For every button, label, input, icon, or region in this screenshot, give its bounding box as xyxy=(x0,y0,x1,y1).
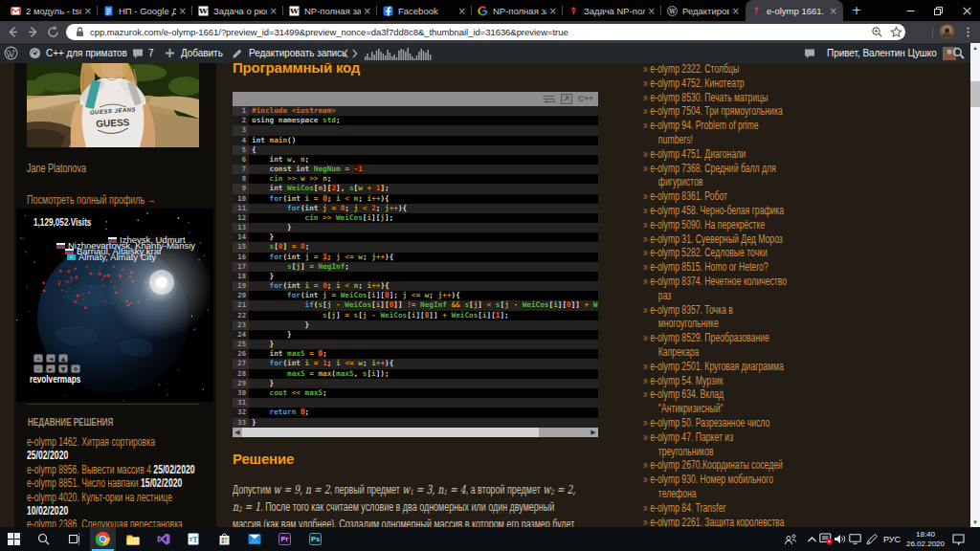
tray-chevron-icon[interactable] xyxy=(807,527,817,551)
sidebar-link-item[interactable]: » e-olymp 5282. Седловые точки xyxy=(643,246,788,260)
account-menu[interactable]: Привет, Валентин Цушко xyxy=(827,43,956,63)
toggle-wrap-lines-icon[interactable] xyxy=(543,95,555,104)
sidebar-link-item[interactable]: » e-olymp 2501. Круговая диаграмма xyxy=(643,360,788,374)
browser-tab-5[interactable]: Facebook× xyxy=(377,0,472,21)
sidebar-link-item[interactable]: » e-olymp 2261. Защита королевства xyxy=(643,516,788,528)
tab-close-icon[interactable]: × xyxy=(549,6,557,16)
taskbar-fonts-icon[interactable]: TT xyxy=(181,527,206,551)
browser-tab-4[interactable]: WNP-полная зада× xyxy=(283,0,377,21)
code-tag-icon[interactable] xyxy=(343,43,358,63)
sidebar-link-item[interactable]: » e-olymp 5090. На перекрёстке xyxy=(643,218,788,232)
new-content-menu[interactable]: Добавить xyxy=(165,43,223,63)
edit-post-menu[interactable]: Редактировать запись xyxy=(232,43,346,63)
new-tab-button[interactable]: + xyxy=(850,4,863,17)
tray-pen-icon[interactable] xyxy=(866,527,878,551)
browser-scrollbar[interactable]: ▲ ▼ xyxy=(970,43,980,527)
scroll-left-arrow[interactable]: ◀ xyxy=(233,428,242,437)
sidebar-link-item[interactable]: » e-olymp 7504. Три прямоугольника xyxy=(643,104,788,119)
tab-close-icon[interactable]: × xyxy=(830,6,837,16)
profile-full-link[interactable]: Посмотреть полный профиль → xyxy=(27,193,156,207)
sidebar-link-item[interactable]: » e-olymp 458. Черно-белая графика xyxy=(643,204,788,218)
window-minimize-button[interactable] xyxy=(896,0,924,21)
sidebar-link-item[interactable]: » e-olymp 4752. Кинотеатр xyxy=(643,77,788,91)
map-move-button[interactable]: ✥ xyxy=(71,364,80,373)
admin-search-icon[interactable] xyxy=(952,43,965,63)
menu-kebab-icon[interactable] xyxy=(960,24,976,40)
sidebar-link-item[interactable]: » e-olymp 8530. Печать матрицы xyxy=(643,91,788,105)
recent-solution-item[interactable]: e-olymp 2386. Следующая перестановка xyxy=(27,518,198,527)
window-restore-button[interactable] xyxy=(924,0,952,21)
browser-tab-9[interactable]: e-olymp 1661. Р× xyxy=(746,0,843,21)
window-close-button[interactable] xyxy=(952,0,980,21)
address-bar[interactable]: cpp.mazurok.com/e-olymp-1661/?preview_id… xyxy=(66,24,905,40)
browser-tab-6[interactable]: NP-полная зада× xyxy=(472,0,563,21)
browser-tab-2[interactable]: НП - Google До× xyxy=(98,0,192,21)
sidebar-link-item[interactable]: » e-olymp 31. Суеверный Дед Мороз xyxy=(643,232,788,247)
recent-solution-item[interactable]: e-olymp 4020. Культ-орки на лестнице 10/… xyxy=(27,491,198,518)
taskbar-start-icon[interactable] xyxy=(1,527,26,551)
tray-action-icon[interactable] xyxy=(952,527,965,551)
revolvermaps-brand[interactable]: revolvermaps xyxy=(30,373,80,385)
scroll-thumb[interactable] xyxy=(242,428,539,437)
sidebar-link-item[interactable]: » e-olymp 8357. Точка в многоугольнике xyxy=(643,303,788,332)
sidebar-link-item[interactable]: » e-olymp 54. Мурзик xyxy=(643,374,788,388)
stats-sparkline-icon[interactable] xyxy=(365,43,432,63)
scrollbar-thumb[interactable] xyxy=(970,81,980,107)
sidebar-link-item[interactable]: » e-olymp 930. Номер мобильного телефона xyxy=(643,473,788,501)
tab-close-icon[interactable]: × xyxy=(364,6,371,16)
sidebar-link-item[interactable]: » e-olymp 8374. Нечетное количество раз xyxy=(643,275,788,303)
taskbar-chrome-icon[interactable] xyxy=(91,527,116,551)
taskbar-photoshop-icon[interactable]: Ps xyxy=(302,527,327,551)
wordpress-logo-icon[interactable] xyxy=(4,43,18,63)
sidebar-link-item[interactable]: » e-olymp 94. Problem of prime numbers! xyxy=(643,119,788,147)
taskbar-store-icon[interactable] xyxy=(212,527,236,551)
scrollbar-down-arrow[interactable]: ▼ xyxy=(970,518,980,527)
open-in-window-icon[interactable] xyxy=(561,94,572,104)
browser-tab-7[interactable]: Задача NP-пол× xyxy=(563,0,661,21)
map-pan-up-button[interactable]: ▲ xyxy=(58,354,68,363)
sidebar-link-item[interactable]: » e-olymp 8515. Homo or Hetero? xyxy=(643,260,788,275)
browser-tab-3[interactable]: WЗадача о рюкза× xyxy=(192,0,283,21)
map-zoom-out-button[interactable]: − xyxy=(33,364,43,373)
sidebar-link-item[interactable]: » e-olymp 2322. Столбцы xyxy=(643,63,788,77)
tray-people-icon[interactable] xyxy=(784,527,797,551)
zoom-icon[interactable] xyxy=(871,26,883,38)
tray-speaker-icon[interactable] xyxy=(834,527,846,551)
reload-icon[interactable] xyxy=(45,24,61,40)
sidebar-link-item[interactable]: » e-olymp 4751. Диагонали xyxy=(643,147,788,162)
scroll-right-arrow[interactable]: ▶ xyxy=(589,428,598,437)
bookmark-star-icon[interactable] xyxy=(890,26,902,38)
site-menu[interactable]: C++ для приматов xyxy=(29,43,127,63)
tray-language-label[interactable]: РУС xyxy=(882,527,902,551)
notes-bubble-icon[interactable] xyxy=(804,43,815,63)
tab-close-icon[interactable]: × xyxy=(270,6,278,16)
browser-tab-8[interactable]: WРедактировать× xyxy=(661,0,746,21)
tab-close-icon[interactable]: × xyxy=(648,6,656,16)
map-pan-right-button[interactable]: ► xyxy=(46,364,56,373)
back-icon[interactable] xyxy=(5,24,21,40)
sidebar-link-item[interactable]: » e-olymp 634. Вклад "Антикризисный" xyxy=(643,387,788,416)
comments-menu[interactable]: 7 xyxy=(132,43,154,63)
forward-icon[interactable] xyxy=(25,24,41,40)
sidebar-link-item[interactable]: » e-olymp 2670.Координаты соседей xyxy=(643,458,788,473)
taskbar-premiere-icon[interactable]: Pr xyxy=(272,527,297,551)
sidebar-link-item[interactable]: » e-olymp 7368. Средний балл для фигурис… xyxy=(643,162,788,190)
tray-clock[interactable]: 18:4026.02.2020 xyxy=(902,530,948,549)
map-zoom-in-button[interactable]: + xyxy=(33,354,43,363)
tab-close-icon[interactable]: × xyxy=(179,6,187,16)
profile-avatar[interactable] xyxy=(939,24,955,40)
map-pan-left-button[interactable]: ◄ xyxy=(46,354,56,363)
taskbar-search-icon[interactable] xyxy=(32,527,56,551)
recent-solution-item[interactable]: e-olymp 8851. Число навпаки 15/02/2020 xyxy=(27,476,198,490)
taskbar-mail-icon[interactable] xyxy=(242,527,267,551)
taskbar-explorer-icon[interactable] xyxy=(121,527,145,551)
taskbar-taskview-icon[interactable] xyxy=(61,527,86,551)
tab-close-icon[interactable]: × xyxy=(458,6,466,16)
lock-icon[interactable] xyxy=(76,27,84,37)
taskbar-visualstudio-icon[interactable] xyxy=(151,527,176,551)
sidebar-link-item[interactable]: » e-olymp 8529. Преобразование Капрекара xyxy=(643,331,788,360)
browser-tab-1[interactable]: 2 модуль - tsush× xyxy=(5,0,98,21)
recent-solution-item[interactable]: e-olymp 8956. Вывести массив 4 25/02/202… xyxy=(27,463,198,476)
sidebar-link-item[interactable]: » e-olymp 84. Transfer xyxy=(643,501,788,516)
recent-solution-item[interactable]: e-olymp 1462. Хитрая сортировка 25/02/20… xyxy=(27,435,198,463)
